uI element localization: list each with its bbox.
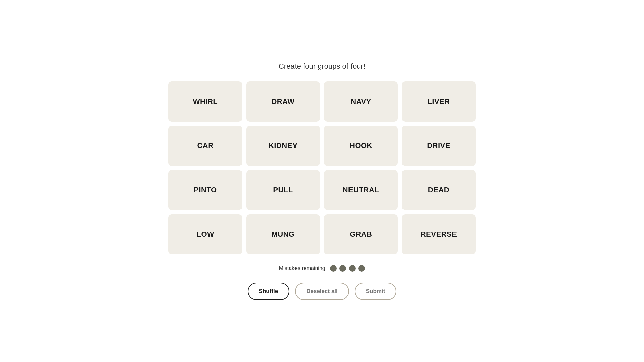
dot-2 [339, 265, 346, 272]
tile-dead[interactable]: DEAD [402, 170, 476, 210]
tile-whirl[interactable]: WHIRL [168, 81, 242, 122]
tile-pull[interactable]: PULL [246, 170, 320, 210]
tile-grab[interactable]: GRAB [324, 214, 398, 254]
tile-mung[interactable]: MUNG [246, 214, 320, 254]
tile-drive[interactable]: DRIVE [402, 126, 476, 166]
mistakes-container: Mistakes remaining: [279, 265, 365, 272]
tile-whirl-label: WHIRL [193, 97, 218, 106]
tile-mung-label: MUNG [271, 230, 294, 239]
tile-neutral-label: NEUTRAL [343, 186, 379, 194]
tile-kidney-label: KIDNEY [269, 141, 298, 150]
shuffle-button[interactable]: Shuffle [248, 283, 290, 300]
page-container: Create four groups of four! WHIRLDRAWNAV… [155, 49, 489, 313]
tile-dead-label: DEAD [428, 186, 449, 194]
tile-draw-label: DRAW [271, 97, 294, 106]
tile-reverse-label: REVERSE [421, 230, 457, 239]
tile-kidney[interactable]: KIDNEY [246, 126, 320, 166]
tile-car[interactable]: CAR [168, 126, 242, 166]
tile-hook-label: HOOK [350, 141, 372, 150]
submit-button[interactable]: Submit [355, 283, 397, 300]
tile-neutral[interactable]: NEUTRAL [324, 170, 398, 210]
mistakes-dots [330, 265, 365, 272]
tile-low-label: LOW [197, 230, 214, 239]
word-grid: WHIRLDRAWNAVYLIVERCARKIDNEYHOOKDRIVEPINT… [168, 81, 476, 254]
tile-car-label: CAR [197, 141, 213, 150]
tile-grab-label: GRAB [350, 230, 372, 239]
dot-3 [349, 265, 356, 272]
tile-reverse[interactable]: REVERSE [402, 214, 476, 254]
tile-drive-label: DRIVE [427, 141, 450, 150]
tile-navy[interactable]: NAVY [324, 81, 398, 122]
dot-1 [330, 265, 337, 272]
tile-liver-label: LIVER [427, 97, 450, 106]
mistakes-label: Mistakes remaining: [279, 265, 327, 272]
dot-4 [358, 265, 365, 272]
buttons-container: Shuffle Deselect all Submit [248, 283, 397, 300]
tile-hook[interactable]: HOOK [324, 126, 398, 166]
tile-pinto-label: PINTO [194, 186, 217, 194]
tile-pull-label: PULL [273, 186, 293, 194]
tile-pinto[interactable]: PINTO [168, 170, 242, 210]
page-title: Create four groups of four! [279, 62, 365, 71]
tile-navy-label: NAVY [351, 97, 371, 106]
tile-liver[interactable]: LIVER [402, 81, 476, 122]
deselect-all-button[interactable]: Deselect all [295, 283, 349, 300]
tile-low[interactable]: LOW [168, 214, 242, 254]
tile-draw[interactable]: DRAW [246, 81, 320, 122]
